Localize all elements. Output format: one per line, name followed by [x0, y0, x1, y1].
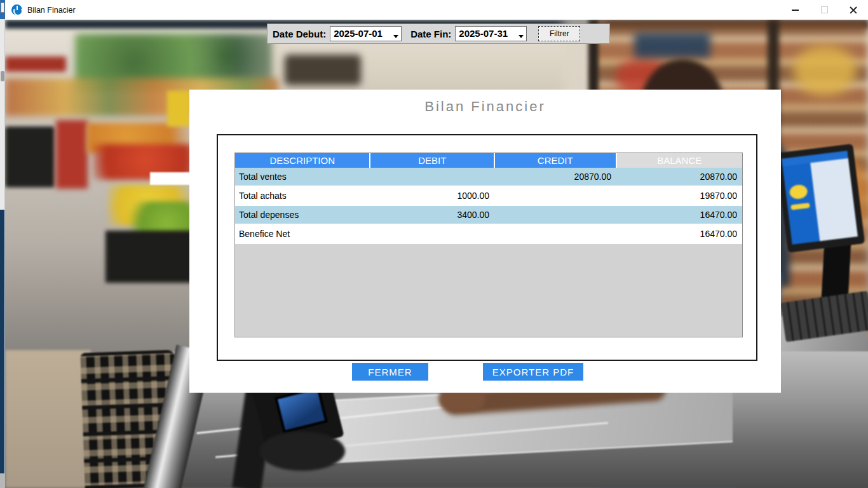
- table-row[interactable]: Benefice Net 16470.00: [235, 225, 742, 244]
- cell-credit: [494, 225, 616, 243]
- maximize-icon: [821, 6, 828, 13]
- table-row[interactable]: Total ventes 20870.00 20870.00: [235, 168, 742, 187]
- date-fin-label: Date Fin:: [410, 29, 451, 39]
- header-credit: CREDIT: [495, 153, 617, 168]
- background-window-body: [0, 210, 5, 473]
- cell-description: Benefice Net: [235, 225, 370, 243]
- chevron-down-icon[interactable]: [390, 27, 401, 41]
- photo-floor: [5, 350, 91, 488]
- chevron-down-icon[interactable]: [515, 27, 526, 41]
- cell-debit: 1000.00: [370, 187, 494, 205]
- date-debut-picker[interactable]: 2025-07-01: [330, 26, 402, 41]
- close-button[interactable]: [839, 0, 868, 20]
- filtrer-button[interactable]: Filtrer: [538, 26, 580, 41]
- background-window-footer: [0, 473, 5, 488]
- cell-debit: [370, 168, 494, 186]
- cell-debit: 3400.00: [370, 206, 494, 224]
- payment-terminal-base: [259, 431, 345, 471]
- header-debit: DEBIT: [370, 153, 495, 168]
- header-description: DESCRIPTION: [235, 153, 370, 168]
- header-balance: BALANCE: [617, 153, 743, 168]
- cell-credit: [494, 187, 616, 205]
- background-window-scroll-area: [0, 19, 5, 210]
- scrollbar-thumb[interactable]: [1, 71, 4, 81]
- cell-balance: 16470.00: [616, 225, 742, 243]
- cell-credit: [494, 206, 616, 224]
- photo-display-bin: [5, 126, 55, 187]
- minimize-button[interactable]: [780, 0, 810, 20]
- filter-toolbar: Date Debut: 2025-07-01 Date Fin: 2025-07…: [267, 24, 610, 44]
- report-table-container: DESCRIPTION DEBIT CREDIT BALANCE Total v…: [217, 134, 757, 361]
- cell-credit: 20870.00: [494, 168, 616, 186]
- cell-debit: [370, 225, 494, 243]
- document-icon: [1, 3, 4, 13]
- panel-title: Bilan Financier: [189, 98, 781, 115]
- photo-price-sign: [167, 91, 190, 126]
- bilan-financier-panel: Bilan Financier DESCRIPTION DEBIT CREDIT…: [189, 90, 781, 393]
- table-row[interactable]: Total depenses 3400.00 16470.00: [235, 206, 742, 225]
- cell-description: Total depenses: [235, 206, 370, 224]
- table-row[interactable]: Total achats 1000.00 19870.00: [235, 187, 742, 206]
- maximize-button[interactable]: [810, 0, 839, 20]
- fermer-button[interactable]: FERMER: [352, 363, 428, 381]
- exporter-pdf-button[interactable]: EXPORTER PDF: [483, 363, 583, 381]
- titlebar: Bilan Finacier: [5, 0, 868, 20]
- grid-header-row: DESCRIPTION DEBIT CREDIT BALANCE: [235, 153, 742, 168]
- window-controls: [780, 0, 868, 20]
- date-fin-picker[interactable]: 2025-07-31: [455, 26, 527, 41]
- photo-products-blob: [793, 45, 857, 96]
- close-icon: [850, 6, 857, 14]
- pos-monitor-screen: [782, 151, 858, 245]
- cell-balance: 20870.00: [616, 168, 742, 186]
- cell-description: Total achats: [235, 187, 370, 205]
- background-window-sliver: [0, 0, 5, 488]
- cell-description: Total ventes: [235, 168, 370, 186]
- grid-empty-area: [235, 244, 742, 337]
- photo-red-display: [56, 120, 88, 189]
- minimize-icon: [792, 10, 799, 11]
- date-debut-label: Date Debut:: [273, 29, 326, 39]
- cell-balance: 16470.00: [616, 206, 742, 224]
- report-grid: DESCRIPTION DEBIT CREDIT BALANCE Total v…: [234, 152, 743, 337]
- date-fin-value: 2025-07-31: [456, 27, 515, 41]
- application-window: Bilan Finacier: [0, 0, 868, 488]
- photo-products-blob: [634, 32, 710, 58]
- power-icon: [11, 4, 22, 15]
- window-title: Bilan Finacier: [27, 6, 76, 15]
- cell-balance: 19870.00: [616, 187, 742, 205]
- date-debut-value: 2025-07-01: [330, 27, 390, 41]
- photo-dark-sign: [285, 55, 361, 85]
- photo-red-banner: [5, 57, 66, 72]
